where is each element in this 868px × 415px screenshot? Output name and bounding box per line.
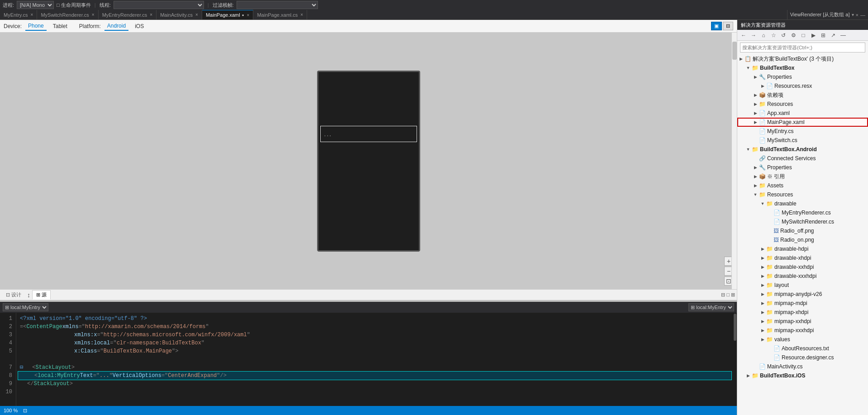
code-left-dropdown[interactable]: ⊞ local:MyEntry xyxy=(3,303,48,311)
source-tab[interactable]: ⊞ 源 xyxy=(32,290,51,300)
tree-arrow[interactable]: ▶ xyxy=(752,111,759,115)
tree-item[interactable]: ▶📁Assets xyxy=(737,181,868,190)
tree-item[interactable]: ▶📄App.xaml xyxy=(737,109,868,118)
tree-arrow[interactable]: ▶ xyxy=(759,283,766,287)
tree-item[interactable]: ▶📁mipmap-mdpi xyxy=(737,299,868,308)
tree-item[interactable]: ▶📦依赖项 xyxy=(737,91,868,100)
tree-item[interactable]: ▶📄Resources.resx xyxy=(737,81,868,91)
tree-arrow[interactable]: ▶ xyxy=(745,373,752,378)
se-btn-window[interactable]: □ xyxy=(799,31,808,40)
tree-arrow[interactable]: ▶ xyxy=(759,274,766,278)
tree-arrow[interactable]: ▶ xyxy=(752,183,759,188)
zoom-fit-icon[interactable]: ⊡ xyxy=(23,408,27,414)
tree-arrow[interactable]: ▼ xyxy=(745,147,752,152)
tree-item[interactable]: ▶📁mipmap-xxhdpi xyxy=(737,317,868,326)
tree-item[interactable]: 🖼Radio_on.png xyxy=(737,235,868,244)
tab-mainactivity[interactable]: MainActivity.cs × xyxy=(157,10,202,19)
tree-item[interactable]: ▼📁drawable xyxy=(737,199,868,208)
code-lines[interactable]: <?xml version="1.0" encoding="utf-8" ?> … xyxy=(16,313,733,406)
tree-arrow[interactable]: ▶ xyxy=(752,75,759,79)
se-btn-refresh[interactable]: ↺ xyxy=(779,31,788,40)
tab-mainactivity-close[interactable]: × xyxy=(195,12,198,17)
design-view-btn[interactable]: ▣ xyxy=(711,22,722,30)
se-btn-grid[interactable]: ⊞ xyxy=(819,31,828,40)
tree-item[interactable]: 📄AboutResources.txt xyxy=(737,344,868,353)
ios-option[interactable]: iOS xyxy=(132,22,147,30)
tab-myentry-close[interactable]: × xyxy=(31,12,33,17)
tree-item[interactable]: 🔗Connected Services xyxy=(737,154,868,163)
tree-item[interactable]: ▶📁mipmap-xxxhdpi xyxy=(737,326,868,335)
tree-item[interactable]: 📄MyEntryRenderer.cs xyxy=(737,208,868,217)
tree-item[interactable]: 📄MainActivity.cs xyxy=(737,362,868,371)
tab-myswitchrenderer-close[interactable]: × xyxy=(92,12,95,17)
thread-select[interactable] xyxy=(114,1,204,9)
code-right-dropdown[interactable]: ⊞ local:MyEntry xyxy=(688,303,734,311)
tree-item[interactable]: ▶📁BuildTextBox.iOS xyxy=(737,371,868,380)
tree-arrow[interactable]: ▶ xyxy=(752,165,759,170)
tree-arrow[interactable]: ▶ xyxy=(759,301,766,305)
tree-arrow[interactable]: ▶ xyxy=(752,102,759,106)
android-option[interactable]: Android xyxy=(104,22,128,31)
tree-arrow[interactable]: ▶ xyxy=(759,337,766,342)
tree-item[interactable]: ▶📁drawable-xhdpi xyxy=(737,253,868,262)
se-btn-back[interactable]: ← xyxy=(739,31,748,40)
tree-arrow[interactable]: ▼ xyxy=(752,192,759,197)
code-scrollbar[interactable] xyxy=(733,313,737,406)
tree-item[interactable]: ▶🔧Properties xyxy=(737,163,868,172)
designer-scrollbar[interactable] xyxy=(731,33,737,289)
tree-arrow[interactable]: ▶ xyxy=(759,84,766,88)
tree-item[interactable]: ▶📁values xyxy=(737,335,868,344)
tree-item[interactable]: 🖼Radio_off.png xyxy=(737,226,868,235)
tree-item[interactable]: ▶🔧Properties xyxy=(737,72,868,81)
tree-item[interactable]: ▶📁mipmap-anydpi-v26 xyxy=(737,290,868,299)
tree-item[interactable]: ▼📁BuildTextBox.Android xyxy=(737,145,868,154)
tab-myentryrenderer[interactable]: MyEntryRenderer.cs × xyxy=(99,10,157,19)
tree-arrow[interactable]: ▶ xyxy=(752,174,759,179)
se-btn-star[interactable]: ☆ xyxy=(769,31,778,40)
tree-arrow[interactable]: ▶ xyxy=(752,120,759,124)
viewrenderer-tab-pin[interactable]: ▾ xyxy=(852,12,854,17)
tree-arrow[interactable]: ▶ xyxy=(759,256,766,260)
split-arrow[interactable]: ↕ xyxy=(27,291,30,299)
tree-arrow[interactable]: ▶ xyxy=(759,265,766,269)
tree-arrow[interactable]: ▶ xyxy=(759,247,766,251)
tree-item[interactable]: ▶📋解决方案'BuildTextBox' (3 个项目) xyxy=(737,54,868,63)
tree-arrow[interactable]: ▶ xyxy=(759,319,766,324)
split-view-btn[interactable]: ⊟ xyxy=(723,22,733,30)
filter-select[interactable] xyxy=(237,1,318,9)
tree-item[interactable]: 📄MyEntry.cs xyxy=(737,127,868,136)
tree-item[interactable]: ▶📁mipmap-xhdpi xyxy=(737,308,868,317)
tree-item[interactable]: ▶📁layout xyxy=(737,281,868,290)
tree-arrow[interactable]: ▶ xyxy=(737,57,745,61)
design-tab[interactable]: ⊡ 设计 xyxy=(2,290,25,300)
se-btn-forward[interactable]: → xyxy=(749,31,758,40)
tab-mainpagexaml-close[interactable]: × xyxy=(247,13,250,18)
tree-item[interactable]: ▶📁Resources xyxy=(737,100,868,109)
tree-item[interactable]: ▶📁drawable-xxxhdpi xyxy=(737,272,868,281)
tab-mainpagexamlcs[interactable]: MainPage.xaml.cs × xyxy=(253,10,307,19)
se-btn-home[interactable]: ⌂ xyxy=(759,31,768,40)
tree-arrow[interactable]: ▶ xyxy=(752,93,759,97)
tablet-option[interactable]: Tablet xyxy=(50,22,70,30)
tab-mainpagexaml[interactable]: MainPage.xaml ● × xyxy=(202,10,254,19)
tree-item[interactable]: ▶📁drawable-xxhdpi xyxy=(737,262,868,272)
tab-myswitchrenderer[interactable]: MySwitchRenderer.cs × xyxy=(37,10,98,19)
tree-item[interactable]: ▼📁BuildTextBox xyxy=(737,63,868,72)
viewrenderer-tab-expand[interactable]: — xyxy=(860,12,865,18)
se-btn-play[interactable]: ▶ xyxy=(809,31,818,40)
tree-item[interactable]: ▶📦※ 引用 xyxy=(737,172,868,181)
tree-arrow[interactable]: ▶ xyxy=(759,310,766,315)
se-btn-link[interactable]: ↗ xyxy=(829,31,838,40)
tab-myentryrenderer-close[interactable]: × xyxy=(150,12,152,17)
tree-item[interactable]: ▶📁drawable-hdpi xyxy=(737,244,868,253)
tree-item[interactable]: 📄MySwitchRenderer.cs xyxy=(737,217,868,226)
tree-item[interactable]: ▼📁Resources xyxy=(737,190,868,199)
tree-item[interactable]: 📄MySwitch.cs xyxy=(737,136,868,145)
search-input[interactable] xyxy=(740,43,865,52)
tree-arrow[interactable]: ▼ xyxy=(759,201,766,206)
tree-item[interactable]: ▶📄MainPage.xaml xyxy=(737,118,868,127)
mono-select[interactable]: [N/A] Mono xyxy=(17,1,54,9)
se-btn-minimize[interactable]: — xyxy=(839,31,848,40)
se-btn-settings[interactable]: ⚙ xyxy=(789,31,798,40)
tab-myentry[interactable]: MyEntry.cs × xyxy=(0,10,37,19)
